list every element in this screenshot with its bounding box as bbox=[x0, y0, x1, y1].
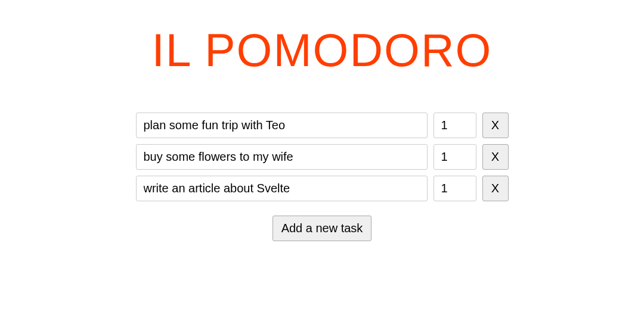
task-row: X bbox=[136, 144, 509, 170]
add-task-button[interactable]: Add a new task bbox=[273, 216, 372, 241]
task-row: X bbox=[136, 113, 509, 138]
task-count-input[interactable] bbox=[434, 113, 476, 138]
add-task-container: Add a new task bbox=[136, 216, 509, 241]
task-count-input[interactable] bbox=[434, 176, 476, 201]
delete-task-button[interactable]: X bbox=[482, 176, 509, 201]
delete-task-button[interactable]: X bbox=[482, 144, 509, 170]
app-title: IL POMODORO bbox=[151, 24, 492, 77]
task-title-input[interactable] bbox=[136, 144, 428, 170]
task-list: X X X Add a new task bbox=[136, 113, 509, 241]
task-row: X bbox=[136, 176, 509, 201]
task-title-input[interactable] bbox=[136, 176, 428, 201]
delete-task-button[interactable]: X bbox=[482, 113, 509, 138]
task-title-input[interactable] bbox=[136, 113, 428, 138]
task-count-input[interactable] bbox=[434, 144, 476, 170]
